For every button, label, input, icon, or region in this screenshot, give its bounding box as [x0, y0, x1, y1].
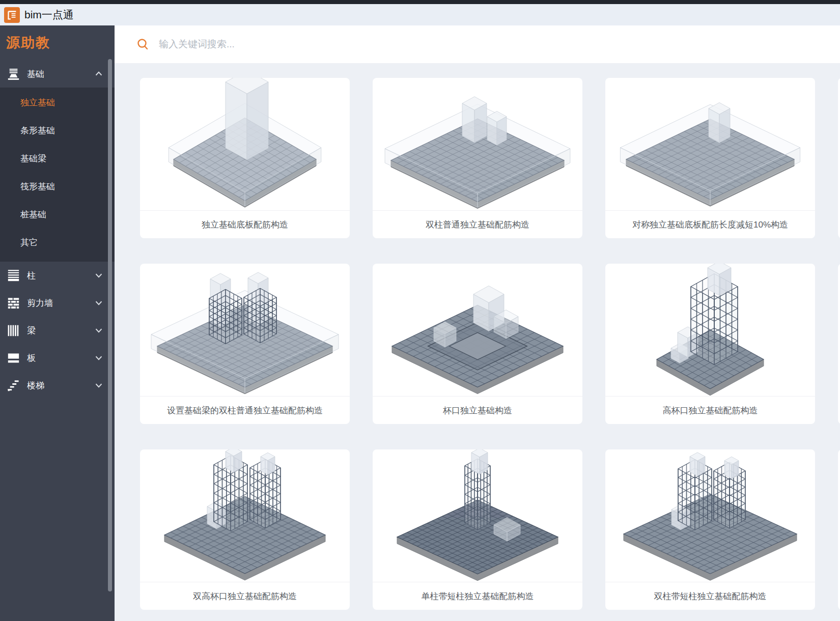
model-card-title: 高杯口独立基础配筋构造 — [605, 396, 815, 424]
sidebar-item-stairs[interactable]: 楼梯 — [0, 372, 115, 399]
model-thumbnail-tall-cage — [605, 264, 815, 396]
model-thumbnail-double-tall-cage — [140, 449, 350, 582]
model-card-thumbnail — [605, 78, 815, 210]
stairs-icon — [7, 379, 20, 392]
slab-icon — [7, 351, 20, 365]
model-card-thumbnail — [140, 78, 350, 210]
model-thumbnail-slab-two-cages — [140, 264, 350, 396]
sidebar-item-label: 基础 — [27, 68, 44, 80]
sidebar-item-label: 剪力墙 — [27, 297, 53, 309]
browser-tab-bar: bim一点通 — [0, 4, 840, 25]
beam-icon — [7, 324, 20, 337]
chevron-down-icon — [93, 325, 104, 336]
app-title: bim一点通 — [24, 8, 74, 22]
model-card[interactable]: 独立基础底板配筋构造 — [140, 78, 350, 238]
model-card[interactable]: 杯口独立基础构造 — [373, 264, 582, 424]
search-bar — [115, 25, 840, 63]
model-thumbnail-slab-one-small-column — [605, 78, 815, 210]
chevron-down-icon — [93, 297, 104, 308]
shear-wall-icon — [7, 296, 20, 310]
model-thumbnail-slab-two-small-columns — [373, 78, 582, 210]
sidebar-item-label: 板 — [27, 352, 36, 364]
model-card-thumbnail — [373, 449, 582, 582]
model-thumbnail-single-slender-cage — [373, 449, 582, 582]
app-logo-icon — [4, 7, 20, 23]
search-input[interactable] — [159, 39, 474, 50]
sidebar-subitem-pile-foundation[interactable]: 桩基础 — [0, 201, 115, 229]
main-content: 独立基础底板配筋构造双柱普通独立基础配筋构造对称独立基础底板配筋长度减短10%构… — [115, 63, 840, 621]
model-card-thumbnail — [140, 449, 350, 582]
model-card[interactable]: 双柱带短柱独立基础配筋构造 — [605, 449, 815, 610]
model-card[interactable]: 双高杯口独立基础配筋构造 — [140, 449, 350, 610]
sidebar-item-shear-wall[interactable]: 剪力墙 — [0, 289, 115, 317]
model-card[interactable]: 单柱带短柱独立基础配筋构造 — [373, 449, 582, 610]
model-card-partial[interactable] — [838, 78, 840, 238]
column-icon — [7, 269, 20, 283]
chevron-up-icon — [93, 68, 104, 79]
sidebar-subitem-strip-foundation[interactable]: 条形基础 — [0, 117, 115, 145]
sidebar-item-beam[interactable]: 梁 — [0, 317, 115, 344]
model-card-title: 杯口独立基础构造 — [373, 396, 582, 424]
chevron-down-icon — [93, 352, 104, 363]
model-card-title: 单柱带短柱独立基础配筋构造 — [373, 582, 582, 610]
sidebar-submenu-foundation: 独立基础条形基础基础梁筏形基础桩基础其它 — [0, 88, 115, 262]
sidebar-item-label: 柱 — [27, 270, 36, 281]
chevron-down-icon — [93, 380, 104, 391]
sidebar-subitem-foundation-beam[interactable]: 基础梁 — [0, 145, 115, 173]
sidebar-subitem-other[interactable]: 其它 — [0, 229, 115, 257]
sidebar-item-slab[interactable]: 板 — [0, 344, 115, 372]
model-thumbnail-cup-foundation — [373, 264, 582, 396]
model-card[interactable]: 设置基础梁的双柱普通独立基础配筋构造 — [140, 264, 350, 424]
model-card-partial[interactable] — [838, 449, 840, 610]
model-card-title: 双高杯口独立基础配筋构造 — [140, 582, 350, 610]
model-card[interactable]: 高杯口独立基础配筋构造 — [605, 264, 815, 424]
sidebar-item-label: 梁 — [27, 325, 36, 336]
foundation-icon — [7, 67, 20, 81]
model-card-thumbnail — [373, 264, 582, 396]
model-card-thumbnail — [140, 264, 350, 396]
sidebar-subitem-raft-foundation[interactable]: 筏形基础 — [0, 173, 115, 201]
model-card-thumbnail — [373, 78, 582, 210]
model-card-partial[interactable] — [838, 264, 840, 424]
model-card-title: 对称独立基础底板配筋长度减短10%构造 — [605, 210, 815, 238]
sidebar-scrollbar-thumb[interactable] — [108, 59, 112, 591]
model-card-title: 独立基础底板配筋构造 — [140, 210, 350, 238]
window-top-edge — [0, 0, 840, 4]
search-icon — [136, 38, 150, 51]
sidebar-item-label: 楼梯 — [27, 380, 44, 391]
model-card-title: 双柱带短柱独立基础配筋构造 — [605, 582, 815, 610]
sidebar: 源助教 基础独立基础条形基础基础梁筏形基础桩基础其它柱剪力墙梁板楼梯 — [0, 25, 115, 621]
sidebar-subitem-independent-foundation[interactable]: 独立基础 — [0, 89, 115, 117]
model-card-grid: 独立基础底板配筋构造双柱普通独立基础配筋构造对称独立基础底板配筋长度减短10%构… — [140, 78, 840, 610]
brand-title: 源助教 — [0, 25, 115, 60]
model-card-title: 双柱普通独立基础配筋构造 — [373, 210, 582, 238]
model-card[interactable]: 对称独立基础底板配筋长度减短10%构造 — [605, 78, 815, 238]
sidebar-menu: 基础独立基础条形基础基础梁筏形基础桩基础其它柱剪力墙梁板楼梯 — [0, 60, 115, 399]
chevron-down-icon — [93, 270, 104, 281]
sidebar-item-foundation[interactable]: 基础 — [0, 60, 115, 88]
model-card[interactable]: 双柱普通独立基础配筋构造 — [373, 78, 582, 238]
model-card-title: 设置基础梁的双柱普通独立基础配筋构造 — [140, 396, 350, 424]
model-thumbnail-double-cage — [605, 449, 815, 582]
model-card-thumbnail — [605, 449, 815, 582]
model-card-thumbnail — [605, 264, 815, 396]
sidebar-item-column[interactable]: 柱 — [0, 262, 115, 289]
model-thumbnail-slab-tall-column — [140, 78, 350, 210]
